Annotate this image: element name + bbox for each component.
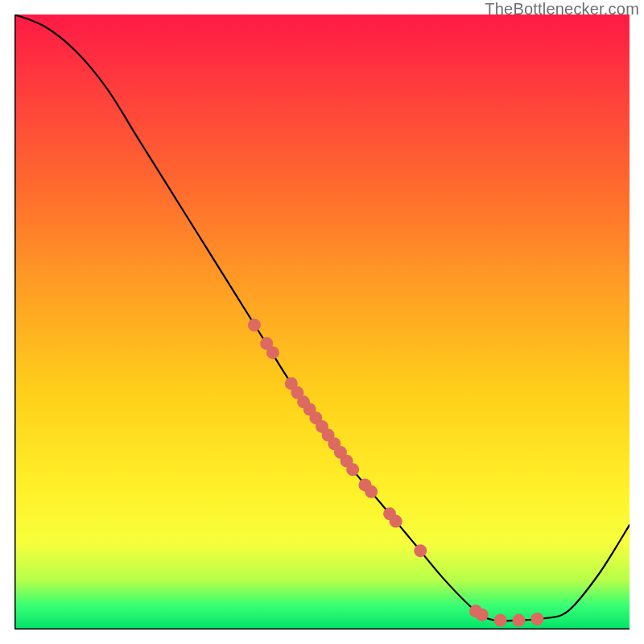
chart-stage: TheBottlenecker.com	[0, 0, 644, 644]
plot-gradient-background	[14, 14, 630, 630]
attribution-text: TheBottlenecker.com	[485, 0, 639, 19]
